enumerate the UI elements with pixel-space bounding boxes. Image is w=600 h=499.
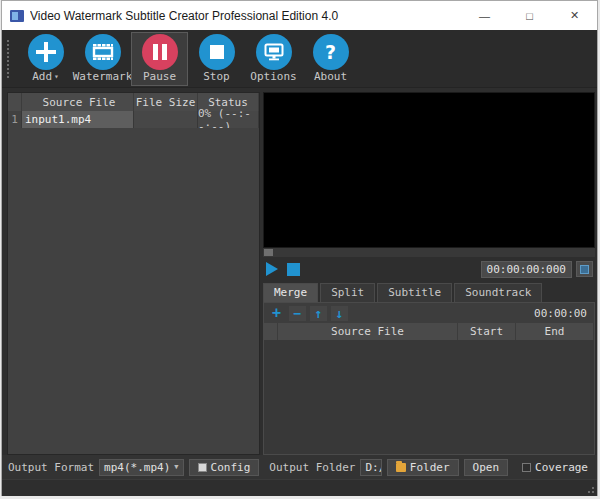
folder-icon [396, 463, 406, 472]
stop-square-icon [287, 263, 300, 276]
folder-button-label: Folder [410, 461, 450, 474]
pause-button[interactable]: Pause [131, 32, 188, 86]
table-row[interactable]: 1 input1.mp4 0% (--:--:--) [8, 111, 259, 128]
tab-soundtrack[interactable]: Soundtrack [454, 283, 542, 302]
tab-split[interactable]: Split [320, 283, 375, 302]
column-source-file[interactable]: Source File [22, 93, 134, 111]
about-button-label: About [314, 71, 347, 83]
snapshot-icon [580, 265, 589, 274]
folder-button[interactable]: Folder [387, 459, 459, 476]
close-button[interactable]: ✕ [552, 1, 597, 30]
output-format-value: mp4(*.mp4) [104, 461, 170, 474]
open-button[interactable]: Open [464, 459, 509, 476]
checkbox-icon [522, 463, 531, 472]
output-format-select[interactable]: mp4(*.mp4) ▼ [99, 459, 183, 476]
watermark-button-label: Watermark [73, 71, 133, 83]
clip-table-header: Source File Start End [264, 323, 594, 340]
main-toolbar: Add ▾ Watermark Pause Stop [2, 30, 597, 88]
row-number: 1 [8, 111, 22, 128]
play-button[interactable] [263, 261, 281, 278]
plus-icon: + [272, 304, 281, 322]
config-button-label: Config [211, 461, 251, 474]
resize-grip[interactable] [585, 484, 595, 494]
output-folder-label: Output Folder [269, 461, 355, 474]
output-format-label: Output Format [8, 461, 94, 474]
status-strip [2, 479, 597, 496]
preview-stop-button[interactable] [285, 261, 302, 278]
snapshot-button[interactable] [576, 261, 593, 277]
add-clip-button[interactable]: + [268, 306, 285, 321]
open-button-label: Open [473, 461, 500, 474]
merge-toolbar: + − ↑ ↓ 00:00:00 [264, 303, 594, 323]
tab-subtitle[interactable]: Subtitle [377, 283, 452, 302]
move-up-button[interactable]: ↑ [310, 306, 327, 321]
toolbar-grip[interactable] [7, 40, 11, 78]
film-icon [92, 43, 114, 61]
add-button[interactable]: Add ▾ [17, 32, 74, 86]
cell-source-file[interactable]: input1.mp4 [22, 111, 134, 128]
options-button-label: Options [250, 71, 296, 83]
merge-tab-content: + − ↑ ↓ 00:00:00 Source File Start End [263, 302, 595, 455]
cell-status[interactable]: 0% (--:--:--) [198, 111, 259, 128]
about-button[interactable]: ? About [302, 32, 359, 86]
minus-icon: − [294, 306, 302, 321]
total-duration: 00:00:00 [534, 307, 590, 320]
bottom-bar: Output Format mp4(*.mp4) ▼ Config Output… [2, 455, 597, 479]
remove-clip-button[interactable]: − [289, 306, 306, 321]
dropdown-arrow-icon: ▼ [174, 463, 178, 471]
watermark-button[interactable]: Watermark [74, 32, 131, 86]
seek-bar[interactable] [263, 248, 595, 257]
output-folder-input[interactable]: D:/VideoOutput [360, 459, 381, 476]
add-button-label: Add [32, 71, 52, 83]
stop-button[interactable]: Stop [188, 32, 245, 86]
source-table-empty-area[interactable] [8, 128, 259, 454]
cell-file-size[interactable] [134, 111, 198, 128]
playback-controls: 00:00:00:000 [263, 257, 595, 281]
monitor-icon [264, 43, 284, 61]
time-display: 00:00:00:000 [481, 261, 572, 278]
play-icon [266, 262, 278, 276]
plus-icon [36, 42, 56, 62]
window-controls: — □ ✕ [462, 1, 597, 30]
stop-icon [210, 45, 224, 59]
column-start[interactable]: Start [458, 323, 516, 340]
config-icon [198, 463, 207, 472]
pause-icon [153, 44, 167, 60]
titlebar: Video Watermark Subtitle Creator Profess… [2, 1, 597, 30]
editor-tabs: Merge Split Subtitle Soundtrack [263, 281, 595, 302]
video-preview[interactable] [263, 92, 595, 248]
seek-handle[interactable] [264, 249, 273, 256]
column-clip-source[interactable]: Source File [278, 323, 458, 340]
coverage-label: Coverage [535, 461, 588, 474]
app-icon [10, 10, 24, 22]
source-file-panel: Source File File Size Status 1 input1.mp… [7, 92, 260, 455]
move-down-button[interactable]: ↓ [331, 306, 348, 321]
options-button[interactable]: Options [245, 32, 302, 86]
column-file-size[interactable]: File Size [134, 93, 198, 111]
clip-table-empty-area[interactable] [264, 340, 594, 454]
arrow-up-icon: ↑ [315, 306, 323, 321]
column-end[interactable]: End [516, 323, 594, 340]
question-icon: ? [325, 41, 336, 63]
minimize-button[interactable]: — [462, 1, 507, 30]
stop-button-label: Stop [203, 71, 230, 83]
tab-merge[interactable]: Merge [263, 283, 318, 302]
arrow-down-icon: ↓ [336, 306, 344, 321]
preview-panel: 00:00:00:000 Merge Split Subtitle Soundt… [263, 92, 595, 455]
maximize-button[interactable]: □ [507, 1, 552, 30]
chevron-down-icon: ▾ [54, 71, 59, 83]
pause-button-label: Pause [143, 71, 176, 83]
config-button[interactable]: Config [189, 459, 260, 476]
window-title: Video Watermark Subtitle Creator Profess… [30, 9, 462, 23]
app-window: Video Watermark Subtitle Creator Profess… [1, 0, 598, 496]
coverage-checkbox[interactable]: Coverage [513, 459, 591, 476]
